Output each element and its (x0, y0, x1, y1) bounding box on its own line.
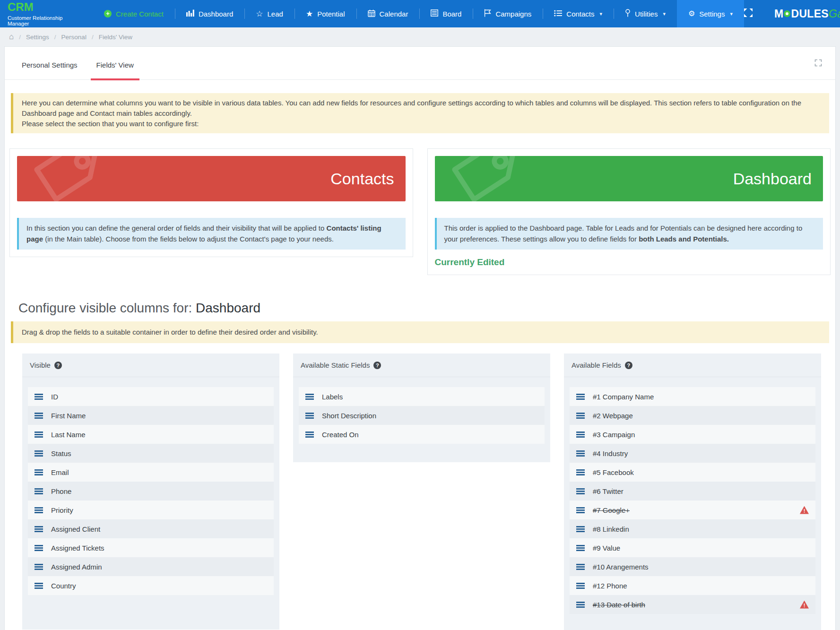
tab-fields-view[interactable]: Fields' View (91, 61, 139, 79)
tag-icon (28, 156, 99, 201)
nav-utilities[interactable]: Utilities ▾ (614, 0, 677, 27)
nav-dashboard[interactable]: Dashboard (175, 0, 244, 27)
field-row[interactable]: Phone (28, 482, 274, 501)
drag-handle-icon[interactable] (35, 394, 43, 400)
drag-handle-icon[interactable] (576, 564, 585, 570)
field-row[interactable]: #9 Value (570, 538, 815, 557)
fullscreen-icon[interactable] (744, 9, 753, 19)
app-brand[interactable]: CRM Customer Relationship Manager (0, 0, 93, 27)
currently-edited-badge: Currently Edited (435, 257, 823, 268)
breadcrumb-fields-view[interactable]: Fields' View (99, 34, 132, 41)
drag-handle-icon[interactable] (35, 545, 43, 551)
nav-board[interactable]: Board (419, 0, 473, 27)
drag-drop-hint: Drag & drop the fields to a suitable con… (11, 321, 829, 343)
drag-handle-icon[interactable] (576, 413, 585, 419)
plus-circle-icon (104, 10, 112, 17)
drag-handle-icon[interactable] (576, 488, 585, 494)
field-row[interactable]: Country (28, 576, 274, 595)
nav-contacts[interactable]: Contacts ▾ (543, 0, 614, 27)
help-icon[interactable]: ? (625, 362, 632, 369)
field-row[interactable]: Email (28, 463, 274, 482)
drag-handle-icon[interactable] (576, 602, 585, 608)
nav-potential[interactable]: ★ Potential (294, 0, 356, 27)
contacts-section-card[interactable]: Contacts In this section you can define … (9, 148, 413, 257)
drag-handle-icon[interactable] (576, 469, 585, 475)
tab-personal-settings[interactable]: Personal Settings (16, 61, 83, 79)
field-row[interactable]: #6 Twitter (570, 482, 815, 501)
field-row[interactable]: Priority (28, 501, 274, 519)
field-row[interactable]: #1 Company Name (570, 387, 815, 406)
field-row[interactable]: #4 Industry (570, 444, 815, 463)
nav-lead[interactable]: ☆ Lead (244, 0, 294, 27)
help-icon[interactable]: ? (54, 362, 62, 369)
static-fields-column-list: Labels Short Description Created On (293, 377, 550, 462)
drag-handle-icon[interactable] (576, 394, 585, 400)
breadcrumb: ⌂ / Settings / Personal / Fields' View (0, 27, 840, 46)
field-row[interactable]: First Name (28, 406, 274, 425)
drag-handle-icon[interactable] (576, 545, 585, 551)
field-row[interactable]: Assigned Tickets (28, 538, 274, 557)
contacts-description: In this section you can define the gener… (17, 218, 406, 250)
drag-handle-icon[interactable] (35, 564, 43, 570)
drag-handle-icon[interactable] (35, 469, 43, 475)
drag-handle-icon[interactable] (35, 583, 43, 589)
help-icon[interactable]: ? (373, 362, 381, 369)
drag-handle-icon[interactable] (576, 507, 585, 513)
nav-create-contact[interactable]: Create Contact (93, 0, 175, 27)
field-row[interactable]: Short Description (299, 406, 545, 425)
field-row[interactable]: #5 Facebook (570, 463, 815, 482)
drag-handle-icon[interactable] (35, 507, 43, 513)
drag-handle-icon[interactable] (35, 413, 43, 419)
expand-card-icon[interactable] (814, 59, 822, 69)
home-icon[interactable]: ⌂ (9, 32, 14, 42)
drag-handle-icon[interactable] (305, 413, 314, 419)
field-row[interactable]: Assigned Admin (28, 557, 274, 576)
field-row[interactable]: Assigned Client (28, 519, 274, 538)
field-row[interactable]: ID (28, 387, 274, 406)
main-content-card: Personal Settings Fields' View Here you … (4, 46, 836, 630)
nav-campaigns[interactable]: Campaigns (473, 0, 543, 27)
dashboard-banner: Dashboard (435, 156, 823, 201)
list-icon (554, 10, 562, 18)
field-row-disabled[interactable]: #13 Date of birth (570, 595, 815, 614)
field-row[interactable]: #3 Campaign (570, 425, 815, 444)
nav-settings[interactable]: ⚙ Settings ▾ (677, 0, 744, 27)
top-navbar: CRM Customer Relationship Manager Create… (0, 0, 840, 27)
field-row[interactable]: #2 Webpage (570, 406, 815, 425)
field-row[interactable]: Labels (299, 387, 545, 406)
drag-handle-icon[interactable] (576, 432, 585, 438)
drag-handle-icon[interactable] (35, 526, 43, 532)
field-row[interactable]: #8 Linkedin (570, 519, 815, 538)
drag-handle-icon[interactable] (35, 488, 43, 494)
field-row[interactable]: #10 Arangements (570, 557, 815, 576)
visible-column: Visible ? ID First Name Last Name Status… (22, 354, 279, 630)
breadcrumb-personal[interactable]: Personal (61, 34, 87, 41)
drag-handle-icon[interactable] (305, 432, 314, 438)
breadcrumb-settings[interactable]: Settings (26, 34, 49, 41)
field-row[interactable]: Last Name (28, 425, 274, 444)
chevron-down-icon: ▾ (663, 11, 666, 17)
drag-handle-icon[interactable] (35, 450, 43, 457)
dashboard-section-card[interactable]: Dashboard This order is applied to the D… (427, 148, 831, 275)
section-selector-row: Contacts In this section you can define … (9, 148, 831, 275)
static-fields-column-header: Available Static Fields ? (293, 354, 550, 377)
drag-handle-icon[interactable] (576, 526, 585, 532)
field-row[interactable]: Status (28, 444, 274, 463)
main-menu: Create Contact Dashboard ☆ Lead ★ Potent… (93, 0, 744, 27)
drag-handle-icon[interactable] (576, 450, 585, 457)
drag-handle-icon[interactable] (576, 583, 585, 589)
board-icon (431, 9, 438, 18)
visible-column-list: ID First Name Last Name Status Email Pho… (22, 377, 279, 630)
nav-calendar[interactable]: Calendar (356, 0, 420, 27)
warning-icon (800, 506, 809, 514)
pin-icon (625, 9, 631, 18)
drag-handle-icon[interactable] (35, 432, 43, 438)
field-row[interactable]: Created On (299, 425, 545, 444)
intro-prompt: Please select the section that you want … (22, 119, 821, 129)
drag-handle-icon[interactable] (305, 394, 314, 400)
static-fields-column: Available Static Fields ? Labels Short D… (293, 354, 550, 462)
field-row[interactable]: #12 Phone (570, 576, 815, 595)
tag-icon (446, 156, 517, 201)
navbar-right: MDULESGarden (744, 0, 840, 27)
field-row-disabled[interactable]: #7 Google+ (570, 501, 815, 519)
